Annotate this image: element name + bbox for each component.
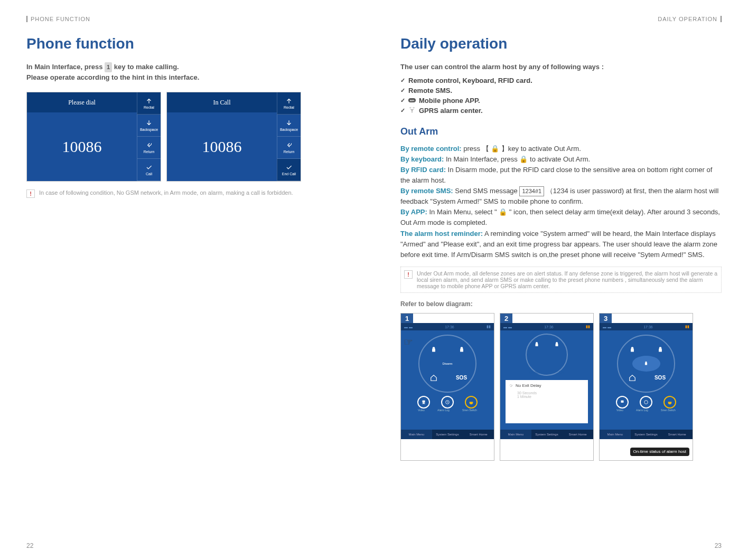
tab-sys[interactable]: System Settings [432,430,463,439]
svg-point-5 [644,401,648,404]
svg-rect-2 [422,401,425,403]
incall-number: 10086 [167,112,277,181]
way-3: WiFi Mobile phone APP. [400,96,722,106]
backspace-button-2[interactable]: Backspace [277,115,301,137]
status-callout: On-time status of alarm host [630,448,689,456]
left-pagenum: 22 [26,542,33,549]
diagram-2-num: 2 [500,314,512,324]
tab-main-3[interactable]: Main Menu [600,430,631,439]
tab-main-2[interactable]: Main Menu [500,430,531,439]
right-intro: The user can control the alarm host by a… [400,62,722,72]
call-button[interactable]: Call [137,159,161,181]
right-page: DAILY OPERATION Daily operation The user… [374,0,748,560]
cancel-button[interactable]: Cancel [529,370,542,375]
key-1-icon: 1 [105,62,112,72]
ways-list: Remote control, Keyboard, RFID card. Rem… [400,75,722,116]
method-app: By APP: [400,208,427,216]
out-arm-body: By remote control: press 【 🔒 】key to act… [400,144,722,261]
tab-smart[interactable]: Smart Home [463,430,494,439]
hand-icon-2: ☞ [510,383,513,388]
diagram-3: 3 ▬ ▬17:36▮▮ SOS VideoAlarm LogSiren Swi… [599,313,693,461]
sms-code: 1234#1 [519,186,544,196]
phone-screen-dial: Please dial 10086 Redial Backspace Retur… [26,92,161,182]
right-pagenum: 23 [715,542,722,549]
tab-sys-3[interactable]: System Settings [631,430,662,439]
hand-icon: ☞ [404,336,413,348]
way-2: Remote SMS. [400,86,722,96]
dial-header: Please dial [27,92,137,112]
phone-screens: Please dial 10086 Redial Backspace Retur… [26,92,348,182]
dial-number: 10086 [27,112,137,181]
svg-rect-4 [621,401,623,403]
diagram-3-num: 3 [600,314,612,324]
right-note: ! Under Out Arm mode, all defense zones … [400,267,722,293]
antenna-icon [408,107,416,113]
redial-button[interactable]: Redial [137,92,161,115]
tab-smart-2[interactable]: Smart Home [562,430,593,439]
left-title: Phone function [26,35,348,52]
diagrams: 1 ▬ ▬17:36▮▮ ☞ SOS Disarm VideoAla [400,313,722,461]
diagram-1: 1 ▬ ▬17:36▮▮ ☞ SOS Disarm VideoAla [400,313,494,461]
left-intro: In Main Interface, press 1 key to make c… [26,62,348,82]
method-remote: By remote control: [400,145,462,153]
ok-button[interactable]: OK [558,370,565,375]
redial-button-2[interactable]: Redial [277,92,301,115]
left-header: PHONE FUNCTION [26,16,348,22]
way-1: Remote control, Keyboard, RFID card. [400,75,722,86]
tab-smart-3[interactable]: Smart Home [661,430,693,439]
note-icon: ! [26,189,35,198]
right-title: Daily operation [400,35,722,52]
return-button[interactable]: Return [137,137,161,159]
note-icon-2: ! [404,270,413,279]
out-arm-heading: Out Arm [400,126,722,137]
exit-delay-modal: ☞No Exit Delay 30 Seconds 1 Minute [506,380,588,423]
method-sms: By remote SMS: [400,187,453,195]
endcall-button[interactable]: End Call [277,159,301,181]
wifi-icon: WiFi [408,97,416,103]
tab-sys-2[interactable]: System Settings [531,430,563,439]
diagram-2: 2 ▬ ▬17:36▮▮ Cancel OK ☞No Exit Delay 30… [500,313,594,461]
tab-main[interactable]: Main Menu [401,430,432,439]
svg-text:WiFi: WiFi [410,99,415,102]
left-page: PHONE FUNCTION Phone function In Main In… [0,0,374,560]
phone-screen-incall: In Call 10086 Redial Backspace Return En… [166,92,301,182]
backspace-button[interactable]: Backspace [137,115,161,137]
incall-header: In Call [167,92,277,112]
refer-label: Refer to below diagram: [400,300,722,308]
diagram-1-num: 1 [401,314,413,324]
method-rfid: By RFID card: [400,166,446,174]
right-header: DAILY OPERATION [400,16,722,22]
method-keyboard: By keyboard: [400,155,444,163]
left-note: ! In case of following condition, No GSM… [26,189,348,198]
way-4: GPRS alarm center. [400,106,722,116]
return-button-2[interactable]: Return [277,137,301,159]
method-reminder: The alarm host reminder: [400,230,483,238]
